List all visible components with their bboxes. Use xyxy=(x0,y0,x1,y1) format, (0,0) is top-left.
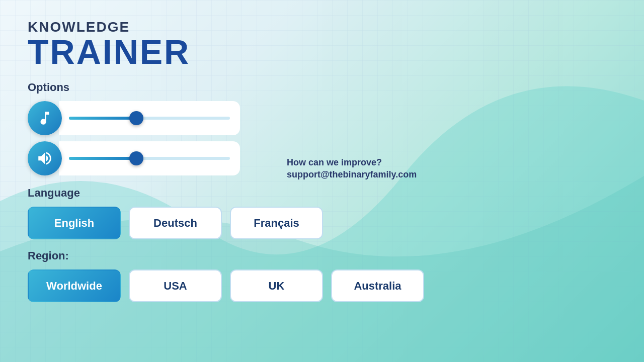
sfx-slider-thumb[interactable] xyxy=(129,151,143,165)
sfx-slider-container[interactable] xyxy=(59,141,240,175)
region-section-label: Region: xyxy=(28,249,616,262)
music-slider-row xyxy=(28,101,616,135)
support-email[interactable]: support@thebinaryfamily.com xyxy=(287,169,417,180)
language-button-english[interactable]: English xyxy=(28,207,121,239)
volume-icon xyxy=(36,150,53,167)
options-section-label: Options xyxy=(28,81,616,94)
region-button-worldwide[interactable]: Worldwide xyxy=(28,269,121,302)
support-question: How can we improve? xyxy=(287,156,417,169)
main-content: KNOWLEDGE TRAINER Options xyxy=(0,0,644,362)
music-icon-circle xyxy=(28,101,62,135)
region-button-usa[interactable]: USA xyxy=(129,269,222,302)
sfx-icon-circle xyxy=(28,141,62,175)
app-title: KNOWLEDGE TRAINER xyxy=(28,20,616,70)
title-line2: TRAINER xyxy=(28,34,616,70)
music-icon xyxy=(36,110,53,127)
music-track-fill xyxy=(69,117,136,120)
region-button-row: Worldwide USA UK Australia xyxy=(28,269,616,302)
language-button-row: English Deutsch Français xyxy=(28,207,616,239)
music-slider-track[interactable] xyxy=(69,117,230,120)
region-button-australia[interactable]: Australia xyxy=(331,269,424,302)
sfx-slider-track[interactable] xyxy=(69,157,230,160)
sfx-track-fill xyxy=(69,157,136,160)
language-button-deutsch[interactable]: Deutsch xyxy=(129,207,222,239)
language-section: Language English Deutsch Français xyxy=(28,187,616,239)
music-slider-container[interactable] xyxy=(59,101,240,135)
title-line1: KNOWLEDGE xyxy=(28,20,616,34)
support-block: How can we improve? support@thebinaryfam… xyxy=(287,156,417,180)
region-section: Region: Worldwide USA UK Australia xyxy=(28,249,616,302)
language-section-label: Language xyxy=(28,187,616,200)
music-slider-thumb[interactable] xyxy=(129,111,143,125)
region-button-uk[interactable]: UK xyxy=(230,269,323,302)
language-button-francais[interactable]: Français xyxy=(230,207,323,239)
